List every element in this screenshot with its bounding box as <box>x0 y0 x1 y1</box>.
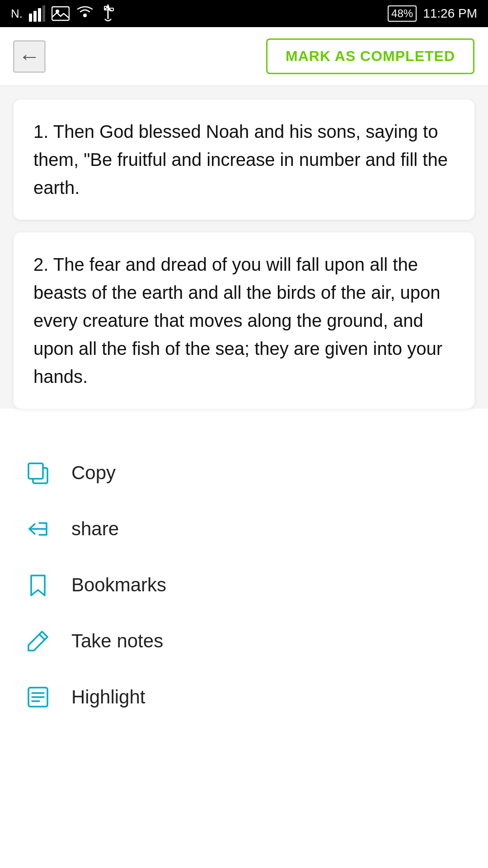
svg-line-14 <box>39 634 45 640</box>
signal-bars-icon <box>29 5 45 22</box>
bookmark-icon <box>23 570 53 600</box>
status-left-icons: N. <box>11 5 116 23</box>
svg-rect-4 <box>52 7 69 20</box>
svg-point-6 <box>83 14 87 17</box>
verse-text-2: 2. The fear and dread of you will fall u… <box>33 250 455 391</box>
svg-rect-2 <box>38 8 41 22</box>
bookmarks-action[interactable]: Bookmarks <box>18 557 470 613</box>
highlight-icon <box>23 682 53 712</box>
back-button[interactable]: ← <box>14 41 45 72</box>
top-bar: ← MARK AS COMPLETED <box>0 27 488 86</box>
verse-text-1: 1. Then God blessed Noah and his sons, s… <box>33 118 455 202</box>
content-area: 1. Then God blessed Noah and his sons, s… <box>0 86 488 409</box>
radio-icon <box>76 5 94 22</box>
copy-label: Copy <box>71 462 116 484</box>
svg-rect-3 <box>42 5 45 22</box>
usb-icon <box>100 5 116 23</box>
highlight-action[interactable]: Highlight <box>18 669 470 725</box>
share-icon <box>23 514 53 544</box>
svg-rect-0 <box>29 14 32 22</box>
verse-card-2: 2. The fear and dread of you will fall u… <box>14 232 474 409</box>
share-action[interactable]: share <box>18 501 470 557</box>
take-notes-label: Take notes <box>71 630 163 652</box>
share-label: share <box>71 518 119 540</box>
actions-area: Copy share Bookmarks Take notes <box>0 427 488 743</box>
status-bar: N. 48% 11:26 P <box>0 0 488 27</box>
mark-completed-button[interactable]: MARK AS COMPLETED <box>266 38 474 74</box>
svg-rect-1 <box>33 11 37 22</box>
verse-card-1: 1. Then God blessed Noah and his sons, s… <box>14 99 474 220</box>
image-icon <box>52 5 70 22</box>
copy-action[interactable]: Copy <box>18 445 470 501</box>
copy-icon <box>23 458 53 488</box>
svg-rect-13 <box>28 463 43 479</box>
status-right-info: 48% 11:26 PM <box>388 5 477 22</box>
battery-indicator: 48% <box>388 5 417 22</box>
signal-icon: N. <box>11 7 23 21</box>
back-arrow-icon: ← <box>19 44 40 69</box>
pencil-icon <box>23 626 53 656</box>
highlight-label: Highlight <box>71 686 145 708</box>
take-notes-action[interactable]: Take notes <box>18 613 470 669</box>
clock: 11:26 PM <box>423 6 477 21</box>
bookmarks-label: Bookmarks <box>71 574 166 596</box>
